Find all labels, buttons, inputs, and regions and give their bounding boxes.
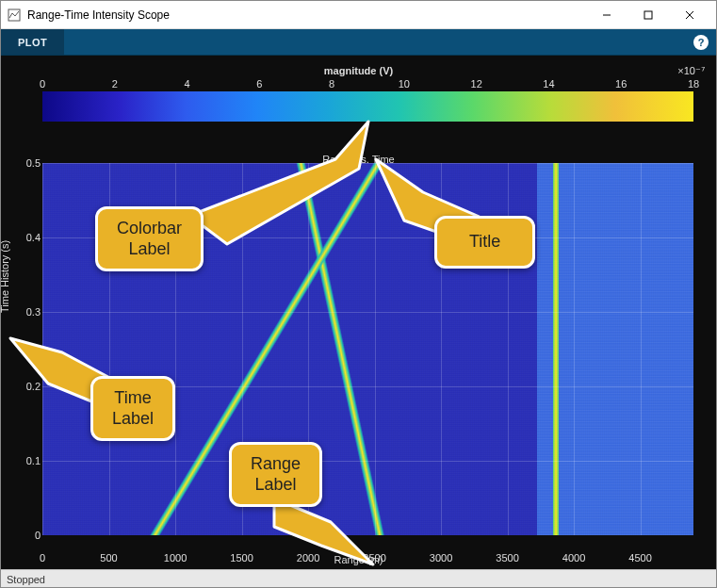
colorbar: 024681012141618 [42,91,693,122]
scope-area: magnitude (V) ×10⁻⁷ 024681012141618 Rang… [1,56,716,569]
status-text: Stopped [7,574,45,585]
arrow-range-label [274,498,387,574]
toolstrip: PLOT ? [1,29,716,56]
colorbar-tick: 8 [329,78,334,90]
app-icon [7,8,22,23]
help-icon: ? [693,35,709,50]
colorbar-label: magnitude (V) [1,65,716,76]
x-tick: 4500 [628,552,651,564]
colorbar-exponent: ×10⁻⁷ [677,65,705,77]
colorbar-tick: 0 [40,78,45,90]
colorbar-tick: 10 [399,78,410,90]
colorbar-tick: 4 [184,78,189,90]
x-tick: 1500 [230,552,253,564]
y-tick: 0.5 [26,157,41,169]
svg-rect-2 [644,11,652,19]
y-tick: 0 [35,530,41,541]
help-button[interactable]: ? [686,29,716,55]
colorbar-gradient [42,91,693,122]
callout-time-label: Time Label [90,376,175,441]
callout-title: Title [434,216,535,269]
colorbar-tick: 12 [471,78,482,90]
x-tick: 0 [40,552,45,564]
y-tick: 0.3 [26,306,41,318]
x-tick: 500 [100,552,117,564]
window-title: Range-Time Intensity Scope [27,8,586,22]
x-tick: 3000 [430,552,452,564]
x-tick: 4000 [562,552,585,564]
colorbar-tick: 18 [688,78,699,90]
maximize-button[interactable] [627,2,669,28]
colorbar-tick: 16 [615,78,627,90]
close-button[interactable] [669,2,710,28]
colorbar-tick: 6 [256,78,262,90]
x-tick: 3500 [496,552,518,564]
x-tick: 1000 [164,552,187,564]
plot-tab[interactable]: PLOT [1,29,64,55]
window-controls [586,2,710,28]
colorbar-ticks: 024681012141618 [42,78,693,90]
y-tick: 0.1 [26,455,41,466]
svg-marker-5 [189,122,368,244]
minimize-button[interactable] [586,2,627,28]
colorbar-tick: 14 [543,78,554,90]
svg-marker-8 [274,498,373,564]
window-titlebar: Range-Time Intensity Scope [1,1,716,29]
y-tick: 0.4 [26,232,41,243]
arrow-colorbar-label [189,122,378,263]
y-axis-label: Time History (s) [0,239,10,312]
colorbar-tick: 2 [112,78,118,90]
callout-range-label: Range Label [229,442,322,507]
callout-colorbar-label: Colorbar Label [95,206,204,271]
